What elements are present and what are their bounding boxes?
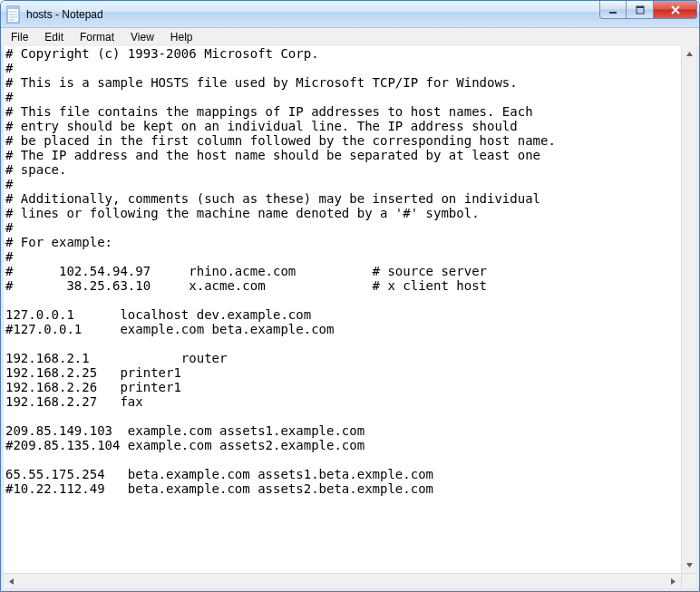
client-area: # Copyright (c) 1993-2006 Microsoft Corp… [1, 46, 699, 591]
close-icon [669, 4, 682, 16]
menu-bar: File Edit Format View Help [1, 28, 699, 46]
notepad-icon [6, 5, 21, 24]
minimize-icon [608, 5, 618, 15]
svg-rect-1 [7, 6, 19, 9]
vertical-scrollbar[interactable] [681, 46, 696, 573]
scroll-left-button[interactable] [4, 574, 19, 589]
chevron-up-icon [685, 50, 694, 58]
svg-marker-13 [9, 578, 14, 585]
menu-view[interactable]: View [122, 28, 162, 46]
scroll-down-button[interactable] [682, 558, 697, 573]
svg-rect-6 [609, 12, 617, 14]
menu-file[interactable]: File [3, 28, 36, 46]
menu-edit[interactable]: Edit [36, 28, 72, 46]
chevron-down-icon [685, 561, 694, 569]
window-title: hosts - Notepad [26, 8, 599, 21]
scroll-up-button[interactable] [682, 46, 697, 62]
scroll-right-button[interactable] [666, 574, 681, 589]
minimize-button[interactable] [599, 1, 627, 19]
chevron-left-icon [7, 577, 15, 586]
editor-textarea[interactable]: # Copyright (c) 1993-2006 Microsoft Corp… [4, 46, 681, 573]
menu-help[interactable]: Help [162, 28, 201, 46]
svg-marker-12 [686, 563, 693, 568]
scrollbar-corner [681, 573, 696, 588]
svg-marker-11 [686, 52, 693, 56]
menu-format[interactable]: Format [72, 28, 122, 46]
svg-marker-14 [671, 578, 676, 585]
svg-rect-8 [637, 6, 644, 8]
chevron-right-icon [669, 577, 677, 586]
maximize-button[interactable] [627, 1, 654, 19]
horizontal-scrollbar[interactable] [4, 573, 681, 588]
maximize-icon [635, 5, 646, 15]
close-button[interactable] [654, 1, 697, 19]
window-titlebar[interactable]: hosts - Notepad [1, 1, 699, 28]
